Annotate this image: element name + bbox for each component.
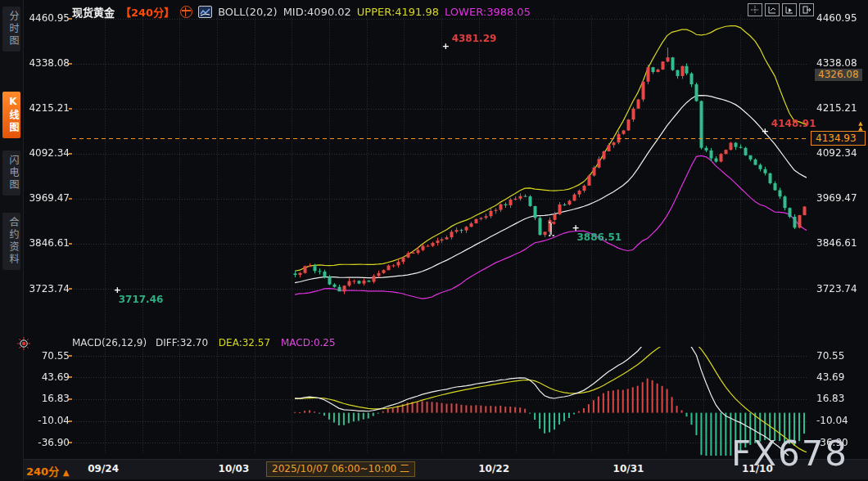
y-axis-label: 4460.95: [816, 12, 866, 24]
chart-logo-icon[interactable]: [198, 6, 212, 18]
macd-axis-label: 16.83: [816, 393, 866, 404]
chart-header: 现货黄金 【240分】 BOLL(20,2) MID:4090.02 UPPER…: [72, 2, 531, 21]
x-axis-label: 10/03: [209, 463, 258, 474]
macd-axis-label: 16.83: [21, 393, 70, 404]
y-axis-label: 3846.61: [816, 237, 866, 249]
macd-axis-label: 43.69: [816, 371, 866, 383]
kline-chart-canvas[interactable]: [0, 0, 868, 481]
exit-pane-icon[interactable]: [799, 3, 814, 16]
price-up-marker-icon: ▲▲: [856, 121, 866, 131]
y-axis-label: 4092.34: [816, 147, 866, 159]
right-axis-highlight-label: 4326.08: [815, 69, 862, 81]
macd-hist-value: MACD:0.25: [281, 337, 336, 348]
macd-axis-label: -10.04: [21, 415, 70, 426]
boll-mid-value: MID:4090.02: [283, 6, 351, 18]
mouse-cursor: [545, 221, 557, 240]
tab-kline-chart[interactable]: K线图: [2, 92, 20, 138]
x-axis-label: 09/24: [79, 463, 128, 474]
x-axis-label: 10/22: [469, 463, 518, 474]
y-axis-label: 4338.08: [816, 57, 866, 69]
price-annotation: 3886.51: [576, 232, 622, 243]
fit-right-axis-icon[interactable]: [782, 3, 797, 16]
current-price-label: 4134.93: [811, 131, 866, 146]
y-axis-label: 3969.47: [816, 192, 866, 204]
macd-axis-label: -36.90: [21, 437, 70, 448]
trading-app-window: 现货黄金 【240分】 BOLL(20,2) MID:4090.02 UPPER…: [0, 0, 868, 481]
macd-params: MACD(26,12,9): [72, 337, 147, 348]
symbol-name: 现货黄金: [72, 4, 115, 20]
y-axis-label: 4092.34: [21, 147, 70, 159]
price-annotation: 4381.29: [452, 33, 497, 44]
y-axis-label: 3969.47: [21, 192, 70, 204]
macd-axis-label: 43.69: [21, 371, 70, 383]
price-annotation: 4148.91: [771, 118, 816, 129]
extreme-marker-icon: +: [442, 43, 450, 51]
y-axis-label: 3723.74: [816, 283, 866, 294]
price-annotation: 3717.46: [119, 294, 164, 305]
y-axis-label: 4460.95: [21, 12, 70, 24]
y-axis-label: 4338.08: [21, 57, 70, 69]
alert-dot-icon[interactable]: [17, 337, 30, 350]
indicator-name: BOLL(20,2): [218, 6, 278, 18]
period-label: 【240分】: [120, 4, 174, 20]
tab-time-chart[interactable]: 分时图: [2, 7, 20, 52]
boll-lower-value: LOWER:3988.05: [445, 6, 531, 18]
macd-dea-value: DEA:32.57: [219, 337, 270, 348]
macd-axis-label: -10.04: [816, 415, 866, 426]
bottom-period-label[interactable]: 240分 ▲: [26, 463, 69, 479]
macd-axis-label: 70.55: [816, 350, 866, 362]
y-axis-label: 3723.74: [21, 283, 70, 294]
macd-legend: MACD(26,12,9) DIFF:32.70 DEA:32.57 MACD:…: [72, 337, 336, 348]
period-up-arrow-icon: ▲: [63, 468, 70, 477]
crosshair-icon[interactable]: [748, 3, 762, 16]
fit-left-axis-icon[interactable]: [765, 3, 780, 16]
extreme-marker-icon: +: [762, 128, 769, 136]
macd-axis-label: 70.55: [21, 350, 70, 362]
y-axis-label: 4215.21: [816, 102, 866, 114]
tab-lightning-chart[interactable]: 闪电图: [2, 151, 20, 196]
y-axis-label: 3846.61: [21, 237, 70, 249]
left-sidebar: 分时图 K线图 闪电图 合约资料: [0, 0, 24, 481]
macd-diff-value: DIFF:32.70: [156, 337, 208, 348]
x-axis-label: 10/31: [604, 463, 653, 474]
boll-upper-value: UPPER:4191.98: [357, 6, 439, 18]
tab-contract-info[interactable]: 合约资料: [2, 213, 20, 270]
chart-toolbar: [748, 3, 814, 16]
hover-date-box: 2025/10/07 06:00~10:00 二: [266, 461, 415, 477]
crosshair-circle-icon[interactable]: [180, 6, 192, 18]
watermark: FX678: [731, 434, 848, 474]
y-axis-label: 4215.21: [21, 102, 70, 114]
